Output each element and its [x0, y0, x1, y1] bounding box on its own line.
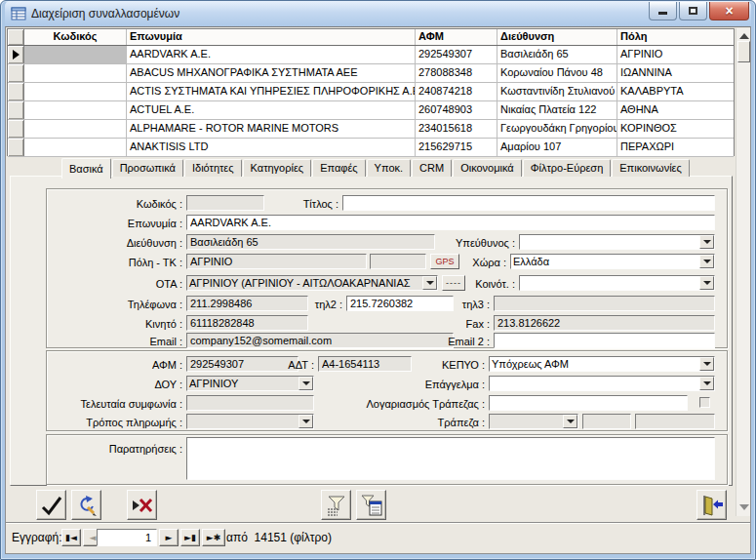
cell-eponymia[interactable]: ACTIS ΣΥΣΤΗΜΑΤΑ ΚΑΙ ΥΠΗΡΕΣΙΕΣ ΠΛΗΡΟΦΟΡΙΚ…	[127, 83, 416, 100]
ypefthynos-combo[interactable]	[519, 234, 715, 250]
row-selector[interactable]	[8, 83, 24, 100]
trapeza-extra2-input[interactable]	[635, 414, 715, 429]
vertical-scrollbar[interactable]	[736, 28, 750, 516]
cell-city[interactable]: ΑΓΡΙΝΙΟ	[617, 46, 734, 63]
filter-by-form-button[interactable]	[356, 490, 386, 520]
cell-address[interactable]: Νικαίας Πλατεία 122	[497, 101, 617, 119]
teleytaia-symfonia-input[interactable]	[186, 395, 314, 411]
cell-afm[interactable]: 240874218	[416, 83, 497, 100]
kinito-input[interactable]	[186, 315, 308, 331]
cell-city[interactable]: ΠΕΡΑΧΩΡΙ	[617, 139, 734, 156]
cell-city[interactable]: ΙΩΑΝΝΙΝΑ	[617, 64, 734, 82]
tab-prosopika[interactable]: Προσωπικά	[112, 159, 183, 177]
table-row[interactable]: AARDVARK A.E. 292549307 Βασιλειάδη 65 ΑΓ…	[8, 46, 734, 64]
bank-account-checkbox[interactable]	[699, 397, 710, 408]
tab-crm[interactable]: CRM	[412, 159, 452, 177]
email2-input[interactable]	[494, 333, 715, 348]
trapeza-extra1-input[interactable]	[582, 414, 631, 429]
minimize-button[interactable]	[649, 2, 677, 20]
cell-afm[interactable]: 278088348	[416, 64, 497, 82]
cell-city[interactable]: ΚΟΡΙΝΘΟΣ	[617, 120, 734, 138]
column-header-kodikos[interactable]: Κωδικός	[24, 29, 127, 45]
fax-input[interactable]	[494, 315, 715, 331]
epaggelma-combo[interactable]	[489, 376, 715, 391]
next-record-button[interactable]: ►	[159, 529, 179, 546]
tab-katigories[interactable]: Κατηγορίες	[243, 159, 312, 177]
cell-eponymia[interactable]: ABACUS ΜΗΧΑΝΟΓΡΑΦΙΚΑ ΣΥΣΤΗΜΑΤΑ ΑΕΕ	[127, 64, 416, 82]
tab-oikonomika[interactable]: Οικονομικά	[453, 159, 522, 177]
logariasmos-trapezas-input[interactable]	[489, 395, 688, 411]
koinot-combo[interactable]	[519, 275, 715, 291]
exit-button[interactable]	[696, 490, 727, 520]
dropdown-arrow-icon[interactable]	[699, 276, 714, 290]
new-record-button[interactable]: ►✱	[202, 529, 225, 546]
titlos-input[interactable]	[342, 195, 715, 211]
cell-address[interactable]: Κορωναίου Πάνου 48	[497, 64, 617, 82]
cell-city[interactable]: ΚΑΛΑΒΡΥΤΑ	[617, 83, 734, 100]
cell-address[interactable]: Γεωργουδάκη Γρηγορίου	[497, 120, 617, 138]
tab-idiotites[interactable]: Ιδιότητες	[184, 159, 242, 177]
dropdown-arrow-icon[interactable]	[699, 255, 714, 268]
cell-eponymia[interactable]: AARDVARK A.E.	[127, 46, 416, 63]
dropdown-arrow-icon[interactable]	[298, 415, 313, 428]
poli-input[interactable]	[186, 254, 367, 269]
cell-address[interactable]: Αμαρίου 107	[497, 139, 617, 156]
dropdown-arrow-icon[interactable]	[699, 357, 714, 371]
til2-input[interactable]	[346, 296, 454, 311]
delete-record-button[interactable]	[127, 490, 157, 520]
tab-ypok[interactable]: Υποκ.	[367, 159, 411, 177]
til3-input[interactable]	[494, 296, 715, 311]
tab-epafes[interactable]: Επαφές	[312, 159, 365, 177]
last-record-button[interactable]: ►▮	[180, 529, 200, 546]
paratiriseis-textarea[interactable]	[186, 437, 715, 480]
current-record-input[interactable]	[97, 529, 157, 546]
column-header-address[interactable]: Διεύθυνση	[497, 29, 617, 45]
tk-input[interactable]	[370, 254, 426, 269]
scroll-up-icon[interactable]	[739, 33, 749, 39]
first-record-button[interactable]: ▮◄	[61, 529, 81, 546]
table-row[interactable]: ACTIS ΣΥΣΤΗΜΑΤΑ ΚΑΙ ΥΠΗΡΕΣΙΕΣ ΠΛΗΡΟΦΟΡΙΚ…	[8, 83, 734, 101]
tab-vasika[interactable]: Βασικά	[61, 158, 111, 179]
cell-kodikos[interactable]	[24, 64, 127, 82]
tilefona-input[interactable]	[186, 296, 308, 311]
table-row[interactable]: ANAKTISIS LTD 215629715 Αμαρίου 107 ΠΕΡΑ…	[8, 139, 734, 157]
cell-kodikos[interactable]	[24, 101, 127, 119]
cell-city[interactable]: ΑΘΗΝΑ	[617, 101, 734, 119]
gps-button[interactable]: GPS	[430, 254, 459, 269]
column-header-eponymia[interactable]: Επωνυμία	[127, 29, 416, 45]
adt-input[interactable]	[318, 356, 412, 372]
ota-combo[interactable]: ΑΓΡΙΝΙΟΥ (ΑΓΡΙΝΙΟΥ - ΑΙΤΩΛΟΑΚΑΡΝΑΝΙΑΣ	[186, 275, 438, 291]
titlebar[interactable]: Διαχείριση συναλλασομένων ×	[5, 1, 751, 26]
kepyo-combo[interactable]: Υπόχρεως ΑΦΜ	[489, 356, 715, 372]
eponymia-input[interactable]	[186, 215, 715, 230]
cell-afm[interactable]: 292549307	[416, 46, 497, 63]
dropdown-arrow-icon[interactable]	[563, 415, 577, 428]
table-row[interactable]: ABACUS ΜΗΧΑΝΟΓΡΑΦΙΚΑ ΣΥΣΤΗΜΑΤΑ ΑΕΕ 27808…	[8, 64, 734, 83]
dropdown-arrow-icon[interactable]	[298, 377, 313, 390]
dropdown-arrow-icon[interactable]	[699, 377, 714, 390]
restore-button[interactable]	[679, 2, 707, 20]
cell-afm[interactable]: 215629715	[416, 139, 497, 156]
row-selector[interactable]	[8, 101, 24, 119]
xora-combo[interactable]: Ελλάδα	[510, 254, 715, 269]
tab-epikoinonies[interactable]: Επικοινωνίες	[612, 159, 690, 177]
cell-eponymia[interactable]: ALPHAMARE - ROTOR MARINE MOTORS	[127, 120, 416, 138]
cell-kodikos[interactable]	[24, 120, 127, 138]
cell-eponymia[interactable]: ANAKTISIS LTD	[127, 139, 416, 156]
table-row[interactable]: ALPHAMARE - ROTOR MARINE MOTORS 23401561…	[8, 120, 734, 139]
cell-eponymia[interactable]: ACTUEL A.E.	[127, 101, 416, 119]
cell-afm[interactable]: 234015618	[416, 120, 497, 138]
cell-kodikos[interactable]	[24, 83, 127, 100]
filter-button[interactable]	[321, 490, 351, 520]
tab-filtro-eyresi[interactable]: Φίλτρο-Εύρεση	[523, 159, 612, 177]
dropdown-arrow-icon[interactable]	[422, 276, 437, 290]
cell-kodikos[interactable]	[24, 46, 127, 63]
email-input[interactable]	[186, 333, 454, 348]
close-button[interactable]: ×	[709, 2, 749, 20]
cell-address[interactable]: Βασιλειάδη 65	[497, 46, 617, 63]
row-selector[interactable]	[8, 120, 24, 138]
column-header-afm[interactable]: ΑΦΜ	[416, 29, 497, 45]
row-selector[interactable]	[8, 139, 24, 156]
doy-combo[interactable]: ΑΓΡΙΝΙΟΥ	[186, 376, 314, 391]
cell-address[interactable]: Κωσταντινίδη Στυλιανού	[497, 83, 617, 100]
